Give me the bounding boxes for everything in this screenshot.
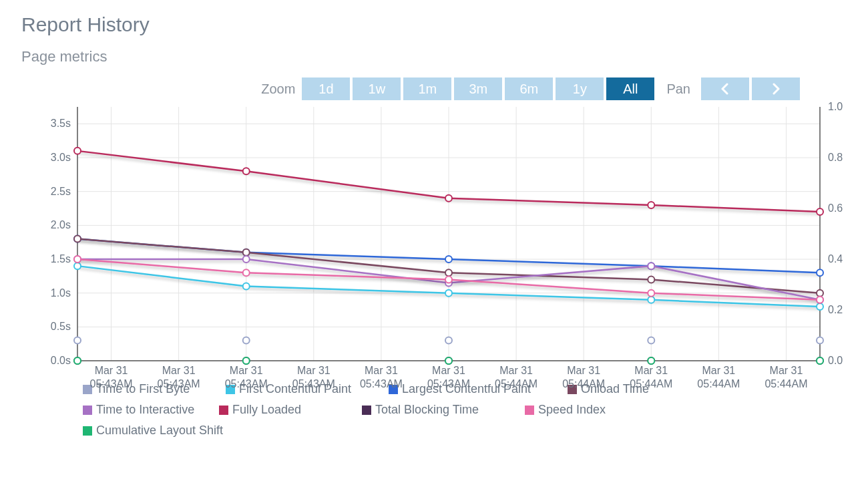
svg-text:Mar 31: Mar 31: [432, 365, 465, 376]
legend-swatch: [219, 406, 228, 415]
series-point: [445, 290, 452, 297]
pan-right-button[interactable]: [752, 77, 800, 100]
legend-label: Fully Loaded: [232, 403, 301, 417]
zoom-button-1d[interactable]: 1d: [302, 77, 350, 100]
svg-text:3.0s: 3.0s: [51, 152, 71, 163]
legend-label: Speed Index: [538, 403, 606, 417]
zoom-button-1y[interactable]: 1y: [556, 77, 604, 100]
svg-text:2.0s: 2.0s: [51, 219, 71, 230]
zoom-button-all[interactable]: All: [606, 77, 654, 100]
svg-text:Mar 31: Mar 31: [365, 365, 398, 376]
svg-text:3.5s: 3.5s: [51, 118, 71, 129]
legend-item[interactable]: Total Blocking Time: [362, 403, 509, 417]
series-point: [445, 269, 452, 276]
chart-toolbar: Zoom 1d1w1m3m6m1yAll Pan: [21, 77, 800, 100]
svg-text:05:44AM: 05:44AM: [630, 378, 672, 389]
svg-text:05:43AM: 05:43AM: [427, 378, 470, 389]
series-point: [74, 256, 81, 263]
svg-text:05:44AM: 05:44AM: [697, 378, 740, 389]
svg-text:0.6: 0.6: [828, 202, 843, 214]
pan-label: Pan: [666, 82, 690, 97]
series-point: [445, 357, 452, 364]
svg-text:Mar 31: Mar 31: [162, 365, 196, 376]
svg-text:Mar 31: Mar 31: [634, 365, 668, 376]
series-point: [74, 263, 81, 269]
svg-text:Mar 31: Mar 31: [702, 365, 735, 376]
series-point: [648, 263, 654, 269]
svg-text:Mar 31: Mar 31: [95, 365, 128, 376]
legend-item[interactable]: Speed Index: [525, 403, 688, 417]
page-title: Report History: [21, 13, 847, 36]
chevron-left-icon: [720, 83, 730, 95]
svg-text:0.2: 0.2: [828, 304, 843, 315]
series-point: [817, 303, 823, 310]
legend-swatch: [525, 406, 534, 415]
series-point: [648, 290, 654, 297]
svg-text:0.0: 0.0: [828, 355, 843, 366]
svg-text:1.0: 1.0: [828, 101, 843, 112]
series-point: [74, 148, 81, 154]
svg-text:0.0s: 0.0s: [51, 355, 71, 366]
svg-text:0.4: 0.4: [828, 253, 843, 265]
svg-text:Mar 31: Mar 31: [499, 365, 533, 376]
series-point: [74, 236, 81, 243]
series-point: [817, 357, 823, 364]
svg-text:0.5s: 0.5s: [51, 321, 71, 332]
series-point: [243, 357, 250, 364]
legend-swatch: [83, 406, 92, 415]
svg-text:1.5s: 1.5s: [51, 253, 71, 265]
legend-swatch: [83, 426, 92, 436]
svg-text:1.0s: 1.0s: [51, 287, 71, 299]
legend-label: Time to Interactive: [96, 403, 194, 417]
svg-text:0.8: 0.8: [828, 152, 843, 163]
series-point: [817, 297, 823, 303]
series-point: [648, 297, 654, 303]
series-point: [243, 269, 250, 276]
svg-text:05:44AM: 05:44AM: [562, 378, 605, 389]
series-point: [648, 276, 654, 283]
series-point: [243, 168, 250, 174]
series-point: [817, 269, 823, 276]
svg-text:Mar 31: Mar 31: [567, 365, 600, 376]
legend-label: Total Blocking Time: [375, 403, 479, 417]
series-point: [648, 337, 654, 344]
series-point: [445, 337, 452, 344]
series-point: [648, 202, 654, 208]
pan-left-button[interactable]: [701, 77, 749, 100]
pan-group: [701, 77, 800, 100]
svg-text:Mar 31: Mar 31: [230, 365, 263, 376]
zoom-label: Zoom: [261, 82, 295, 97]
zoom-button-6m[interactable]: 6m: [505, 77, 553, 100]
svg-text:05:43AM: 05:43AM: [225, 378, 268, 389]
series-point: [817, 208, 823, 215]
legend-item[interactable]: Fully Loaded: [219, 403, 346, 417]
svg-text:Mar 31: Mar 31: [297, 365, 331, 376]
series-point: [648, 357, 654, 364]
zoom-button-3m[interactable]: 3m: [454, 77, 502, 100]
series-point: [445, 276, 452, 283]
zoom-group: 1d1w1m3m6m1yAll: [302, 77, 654, 100]
series-point: [243, 337, 250, 344]
series-point: [243, 256, 250, 263]
legend-item[interactable]: Cumulative Layout Shift: [83, 424, 246, 438]
svg-text:2.5s: 2.5s: [51, 186, 71, 197]
svg-text:Mar 31: Mar 31: [770, 365, 803, 376]
series-point: [445, 195, 452, 202]
page-metrics-chart: 0.0s0.5s1.0s1.5s2.0s2.5s3.0s3.5s0.00.20.…: [20, 104, 848, 377]
svg-text:05:44AM: 05:44AM: [495, 378, 537, 389]
legend-item[interactable]: Time to Interactive: [83, 403, 203, 417]
series-point: [817, 290, 823, 297]
chart-legend: Time to First ByteFirst Contentful Paint…: [83, 382, 844, 438]
zoom-button-1m[interactable]: 1m: [403, 77, 451, 100]
series-point: [243, 249, 250, 256]
series-point: [817, 337, 823, 344]
legend-label: Cumulative Layout Shift: [96, 424, 223, 438]
series-point: [243, 283, 250, 290]
zoom-button-1w[interactable]: 1w: [353, 77, 401, 100]
chevron-right-icon: [771, 83, 781, 95]
svg-text:05:43AM: 05:43AM: [360, 378, 403, 389]
svg-text:05:44AM: 05:44AM: [765, 378, 807, 389]
svg-text:05:43AM: 05:43AM: [90, 378, 133, 389]
series-point: [74, 337, 81, 344]
series-point: [445, 256, 452, 263]
